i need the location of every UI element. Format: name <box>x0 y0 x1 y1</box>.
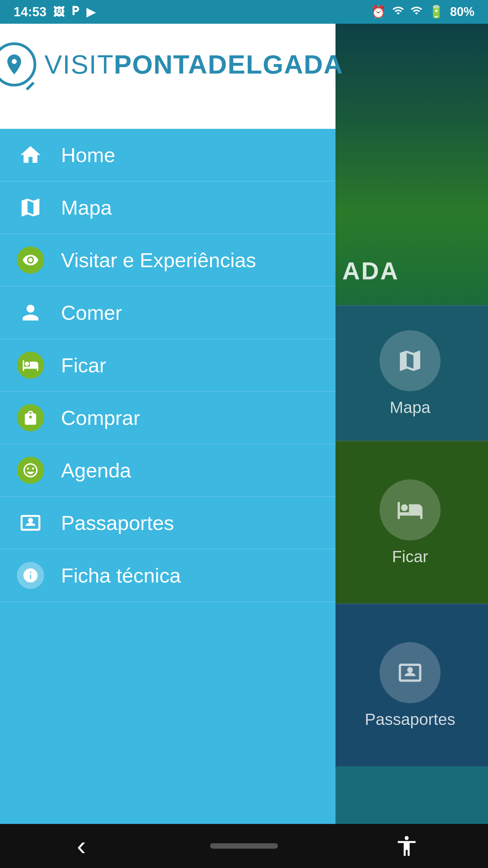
ficar-circle <box>380 479 441 540</box>
person-circle-icon <box>17 299 44 326</box>
alarm-icon: ⏰ <box>371 5 386 19</box>
battery-icon: 🔋 <box>429 5 444 19</box>
sidebar-item-comprar[interactable]: Comprar <box>0 392 336 444</box>
sidebar-item-comprar-label: Comprar <box>61 406 140 430</box>
image-icon: 🖼 <box>53 5 65 19</box>
mask-circle-icon <box>17 457 44 484</box>
logo-pontadelgada: PONTADELGADA <box>114 49 343 80</box>
sidebar-item-mapa[interactable]: Mapa <box>0 181 336 234</box>
map-icon <box>17 194 44 221</box>
logo-container: VISIT PONTADELGADA <box>0 42 343 86</box>
back-icon: ‹ <box>77 830 86 862</box>
status-icons: 🖼 ▶ <box>53 4 95 19</box>
sidebar-item-ficha[interactable]: Ficha técnica <box>0 549 336 602</box>
right-panel-title: ADA <box>342 257 399 285</box>
bag-circle-icon <box>17 404 44 431</box>
passaportes-section: Passaportes <box>332 604 488 766</box>
eye-circle-icon <box>17 246 44 274</box>
info-circle-icon <box>17 562 44 589</box>
back-button[interactable]: ‹ <box>47 824 115 868</box>
signal-icon <box>410 4 423 20</box>
sidebar-item-agenda-label: Agenda <box>61 459 131 482</box>
house-icon <box>17 141 44 169</box>
mapa-label: Mapa <box>390 398 430 417</box>
sidebar-item-home-label: Home <box>61 143 115 167</box>
home-pill <box>210 843 278 849</box>
accessibility-icon <box>395 834 419 858</box>
sidebar-item-ficar-label: Ficar <box>61 354 106 377</box>
passaportes-circle <box>380 642 441 703</box>
bottom-nav-bar: ‹ <box>0 824 488 868</box>
right-panel: ADA Mapa Ficar Passaportes <box>332 0 488 868</box>
sidebar-item-mapa-label: Mapa <box>61 196 112 219</box>
logo-icon <box>0 42 36 86</box>
logo-visit: VISIT <box>44 49 114 80</box>
status-right: ⏰ 🔋 80% <box>371 4 474 20</box>
status-bar: 14:53 🖼 ▶ ⏰ 🔋 80% <box>0 0 488 24</box>
sidebar-item-visitar-label: Visitar e Experiências <box>61 249 256 272</box>
accessibility-button[interactable] <box>373 824 441 868</box>
home-pill-button[interactable] <box>210 824 278 868</box>
sidebar-item-passaportes[interactable]: Passaportes <box>0 497 336 549</box>
sidebar-item-ficar[interactable]: Ficar <box>0 339 336 392</box>
sidebar-drawer: VISIT PONTADELGADA Home Mapa <box>0 0 336 868</box>
mapa-section: Mapa <box>332 305 488 441</box>
parking-icon <box>69 4 82 19</box>
sidebar-item-comer-label: Comer <box>61 301 122 324</box>
mapa-circle <box>380 330 441 391</box>
sidebar-item-passaportes-label: Passaportes <box>61 511 174 535</box>
status-left: 14:53 🖼 ▶ <box>14 4 95 19</box>
bed-circle-icon <box>17 352 44 379</box>
ficar-section: Ficar <box>332 441 488 604</box>
right-panel-background: ADA <box>332 0 488 305</box>
time-display: 14:53 <box>14 5 46 19</box>
passport-icon <box>17 509 44 536</box>
logo-text: VISIT PONTADELGADA <box>44 49 343 80</box>
battery-percent: 80% <box>450 5 474 19</box>
sidebar-item-home[interactable]: Home <box>0 129 336 181</box>
sidebar-item-ficha-label: Ficha técnica <box>61 564 181 587</box>
sidebar-item-visitar[interactable]: Visitar e Experiências <box>0 234 336 287</box>
wifi-icon <box>392 4 404 20</box>
sidebar-item-comer[interactable]: Comer <box>0 287 336 339</box>
ficar-label: Ficar <box>392 547 428 566</box>
play-icon: ▶ <box>86 5 95 19</box>
sidebar-item-agenda[interactable]: Agenda <box>0 444 336 497</box>
passaportes-label: Passaportes <box>365 710 455 729</box>
sidebar-nav: Home Mapa Visitar e Experiências <box>0 129 336 868</box>
